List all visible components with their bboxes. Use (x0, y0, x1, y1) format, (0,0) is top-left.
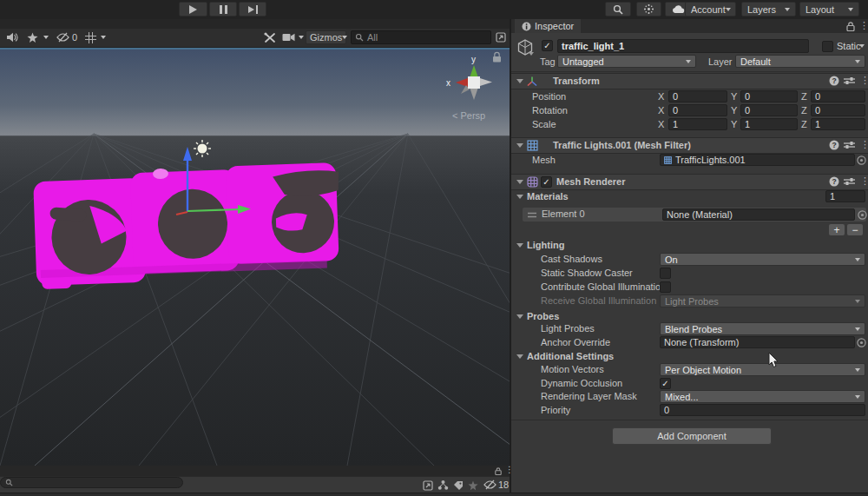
scale-x-field[interactable]: 1 (668, 118, 727, 130)
chevron-down-icon[interactable] (529, 52, 534, 56)
materials-row[interactable]: Materials 1 (511, 190, 868, 204)
effects-toggle-button[interactable] (23, 30, 41, 44)
contribute-gi-checkbox[interactable] (660, 281, 671, 293)
position-x-field[interactable]: 0 (668, 90, 727, 103)
tools-button[interactable] (261, 30, 279, 44)
help-icon[interactable]: ? (829, 176, 839, 187)
foldout-icon[interactable] (516, 354, 523, 359)
materials-count-field[interactable]: 1 (825, 190, 865, 202)
foldout-icon[interactable] (516, 195, 523, 199)
account-dropdown[interactable]: Account (685, 2, 736, 17)
step-button[interactable] (239, 2, 266, 17)
remove-material-button[interactable]: − (847, 224, 863, 235)
scale-y-field[interactable]: 1 (740, 118, 798, 130)
object-picker-icon[interactable] (857, 155, 866, 165)
dynamic-occlusion-checkbox[interactable]: ✓ (660, 378, 671, 389)
presets-icon[interactable] (844, 140, 855, 150)
help-icon[interactable]: ? (829, 140, 839, 150)
light-probes-dropdown[interactable]: Blend Probes (660, 322, 865, 335)
ai-assist-button[interactable] (636, 2, 661, 17)
layer-dropdown[interactable]: Default (735, 55, 865, 68)
rotation-y-field[interactable]: 0 (740, 104, 798, 116)
presets-icon[interactable] (844, 176, 855, 187)
object-picker-icon[interactable] (858, 210, 867, 220)
layers-dropdown[interactable]: Layers (741, 2, 796, 17)
scene-camera-button[interactable] (280, 30, 296, 44)
play-button[interactable] (179, 2, 207, 17)
layout-dropdown[interactable]: Layout (799, 2, 859, 17)
mesh-filter-header[interactable]: Traffic Lights.001 (Mesh Filter) ? ⋮ (511, 137, 868, 154)
scene-visibility-button[interactable]: 0 (54, 30, 80, 44)
prefab-filter-icon[interactable] (437, 479, 449, 491)
rendering-layer-mask-dropdown[interactable]: Mixed... (660, 390, 865, 403)
position-z-field[interactable]: 0 (811, 90, 865, 103)
maximize-button[interactable] (494, 30, 508, 44)
inspector-menu-button[interactable]: ⋮ (859, 20, 868, 31)
motion-vectors-dropdown[interactable]: Per Object Motion (660, 363, 865, 376)
element0-material-field[interactable]: None (Material) (662, 208, 855, 221)
add-component-button[interactable]: Add Component (612, 427, 772, 445)
mesh-object-field[interactable]: TrafficLights.001 (660, 154, 855, 166)
layers-label: Layers (747, 4, 776, 15)
transform-header[interactable]: Transform ? ⋮ (511, 73, 868, 89)
pause-button[interactable] (209, 2, 237, 17)
favorites-star-icon[interactable] (468, 480, 478, 491)
scale-z-field[interactable]: 1 (811, 118, 865, 130)
drag-handle-icon[interactable] (528, 212, 536, 218)
component-enabled-checkbox[interactable]: ✓ (541, 176, 552, 188)
foldout-icon[interactable] (516, 314, 523, 319)
panel-menu-button[interactable]: ⋮ (505, 465, 514, 474)
foldout-icon[interactable] (516, 243, 523, 248)
add-material-button[interactable]: + (829, 224, 845, 235)
effects-dropdown-button[interactable] (41, 30, 51, 44)
hidden-objects-counter[interactable]: 18 (483, 479, 509, 490)
foldout-icon[interactable] (516, 79, 523, 83)
scene-viewport[interactable]: y x < Persp (0, 50, 510, 466)
tag-filter-icon[interactable] (453, 480, 464, 491)
lock-icon[interactable] (846, 22, 855, 31)
object-picker-icon[interactable] (857, 338, 866, 347)
probes-foldout[interactable]: Probes (511, 310, 868, 323)
status-strip (0, 493, 868, 496)
component-menu-button[interactable]: ⋮ (860, 175, 868, 187)
component-menu-button[interactable]: ⋮ (860, 139, 868, 150)
mesh-renderer-header[interactable]: ✓ Mesh Renderer ? ⋮ (511, 174, 868, 190)
gameobject-name-field[interactable]: traffic_light_1 (557, 39, 809, 53)
static-dropdown-caret[interactable] (859, 44, 865, 48)
frame-select-icon[interactable] (423, 480, 433, 491)
static-checkbox[interactable] (822, 41, 833, 52)
sun-light-gizmo[interactable] (194, 140, 211, 157)
priority-row: Priority 0 (511, 403, 868, 417)
gizmos-dropdown[interactable]: Gizmos (306, 30, 346, 44)
scene-search-input[interactable]: All (351, 30, 491, 44)
lock-icon[interactable] (495, 467, 502, 475)
global-search-button[interactable] (605, 2, 631, 17)
active-checkbox[interactable]: ✓ (542, 40, 553, 51)
material-element-row[interactable]: Element 0 None (Material) (523, 208, 866, 222)
presets-icon[interactable] (844, 76, 855, 86)
anchor-override-field[interactable]: None (Transform) (660, 336, 855, 348)
static-shadow-caster-checkbox[interactable] (660, 268, 671, 279)
rotation-x-field[interactable]: 0 (668, 104, 727, 116)
additional-settings-foldout[interactable]: Additional Settings (511, 350, 868, 363)
grid-dropdown-button[interactable] (98, 30, 108, 44)
search-input[interactable] (0, 477, 183, 488)
position-y-field[interactable]: 0 (740, 90, 798, 103)
tag-dropdown[interactable]: Untagged (557, 55, 696, 68)
priority-field[interactable]: 0 (660, 404, 865, 416)
foldout-icon[interactable] (516, 180, 523, 184)
perspective-label[interactable]: < Persp (452, 110, 485, 121)
audio-toggle-button[interactable] (3, 30, 21, 44)
transform-icon (527, 76, 537, 87)
component-menu-button[interactable]: ⋮ (860, 75, 868, 86)
svg-text:?: ? (832, 177, 836, 186)
gizmo-center-cube[interactable] (468, 76, 480, 89)
dynamic-occlusion-row: Dynamic Occlusion ✓ (511, 377, 868, 391)
tab-inspector[interactable]: Inspector (515, 19, 581, 33)
rotation-z-field[interactable]: 0 (811, 104, 865, 116)
cast-shadows-dropdown[interactable]: On (660, 253, 865, 266)
foldout-icon[interactable] (516, 143, 523, 148)
help-icon[interactable]: ? (829, 76, 839, 86)
grid-toggle-button[interactable] (83, 30, 97, 44)
lighting-foldout[interactable]: Lighting (511, 239, 868, 252)
